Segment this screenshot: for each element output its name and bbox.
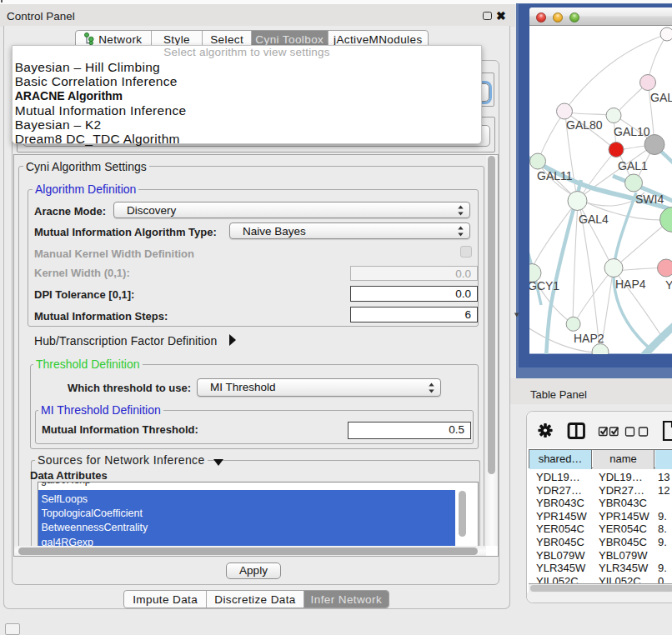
svg-text:Y: Y [665, 278, 672, 292]
svg-text:SWI4: SWI4 [635, 192, 664, 206]
svg-text:GAL2: GAL2 [650, 91, 672, 104]
svg-text:GAL4: GAL4 [579, 212, 609, 226]
svg-text:GAL10: GAL10 [614, 125, 650, 138]
svg-text:HAP4: HAP4 [615, 278, 646, 291]
svg-text:GAL1: GAL1 [618, 159, 648, 172]
svg-text:GAL11: GAL11 [537, 169, 573, 182]
svg-text:GCY1: GCY1 [529, 279, 559, 292]
svg-text:HAP2: HAP2 [574, 332, 604, 345]
svg-text:GAL80: GAL80 [566, 118, 603, 132]
